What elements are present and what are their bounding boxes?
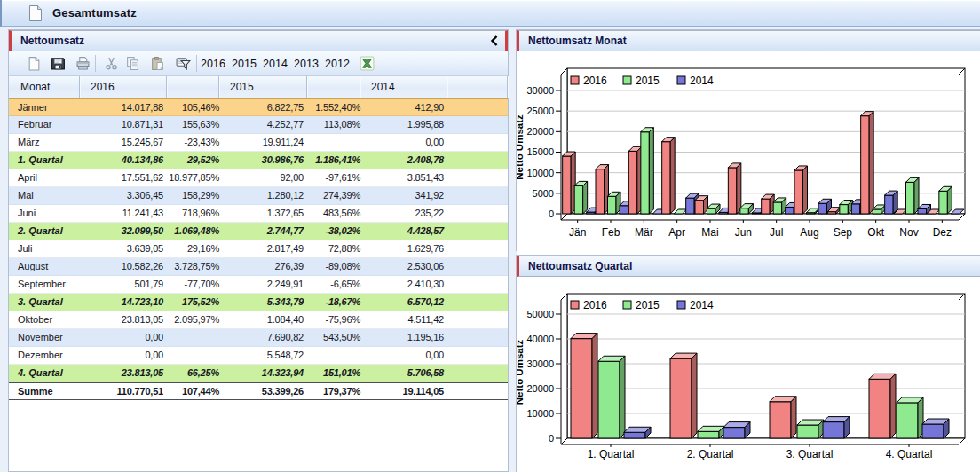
new-document-icon[interactable] — [27, 56, 43, 72]
bar-2016-Mär — [628, 151, 637, 214]
bar-2014-1. Quartal — [624, 432, 645, 438]
bar-2015-2. Quartal — [698, 431, 719, 438]
y-tick-label: 0 — [549, 433, 554, 444]
bar-2015-Jän — [574, 185, 583, 214]
cell-month: Juni — [10, 205, 80, 223]
table-row-4-quartal[interactable]: 4. Quartal23.813,0566,25%14.323,94151,01… — [9, 365, 508, 382]
cell-value — [307, 134, 360, 152]
column-header-blank-2[interactable] — [167, 76, 219, 98]
table-row-november[interactable]: November0,007.690,82543,50%1.195,16 — [9, 329, 508, 347]
bar-2015-1. Quartal — [598, 361, 620, 438]
table-row-februar[interactable]: Februar10.871,31155,63%4.252,77113,08%1.… — [9, 116, 508, 134]
cell-value: 6.822,75 — [219, 99, 307, 117]
cell-value: 1.372,65 — [219, 205, 307, 223]
cell-value: 155,63% — [167, 116, 219, 134]
y-tick-label: 15000 — [526, 146, 554, 157]
bar-2014-Jul — [786, 207, 794, 214]
y-tick-label: 0 — [549, 208, 554, 219]
cell-value: 72,88% — [307, 240, 360, 258]
column-header-Monat[interactable]: Monat — [10, 76, 80, 98]
cell-value: -97,61% — [307, 169, 360, 187]
table-row-august[interactable]: August10.582,263.728,75%276,39-89,08%2.5… — [9, 258, 508, 276]
cell-month: 4. Quartal — [10, 365, 80, 382]
year-button-2016[interactable]: 2016 — [200, 56, 226, 72]
cell-value: 179,37% — [307, 383, 360, 401]
cell-value: 5.343,79 — [219, 294, 307, 311]
cut-icon[interactable] — [104, 56, 120, 72]
copy-icon[interactable] — [125, 56, 141, 72]
x-axis-label: Sep — [834, 226, 853, 239]
cell-value: 11.241,43 — [80, 205, 167, 223]
x-axis-label: Apr — [668, 226, 685, 239]
y-tick-label: 30000 — [526, 85, 554, 96]
cell-month: Mai — [10, 187, 80, 205]
bar-2015-Mai — [707, 208, 716, 214]
cell-value: 5.706,58 — [360, 365, 447, 382]
table-row-juni[interactable]: Juni11.241,43718,96%1.372,65483,56%235,2… — [9, 205, 508, 223]
legend-label-2014: 2014 — [690, 75, 714, 87]
table-row-mai[interactable]: Mai3.306,45158,29%1.280,12274,39%341,92 — [9, 187, 508, 205]
table-row-2-quartal[interactable]: 2. Quartal32.099,501.069,48%2.744,77-38,… — [9, 223, 508, 240]
cell-value: 341,92 — [360, 187, 447, 205]
table-row-j-nner[interactable]: Jänner14.017,88105,46%6.822,751.552,40%4… — [9, 98, 508, 116]
cell-value: 29,16% — [167, 240, 219, 258]
net-sales-grid: Monat201620152014Jänner14.017,88105,46%6… — [9, 76, 508, 400]
cell-value: 3.639,05 — [80, 240, 167, 258]
net-sales-table-panel: Nettoumsatz 20162015201420132012 Monat20… — [8, 29, 509, 472]
column-header-blank-6[interactable] — [447, 76, 508, 98]
filter-icon[interactable] — [176, 56, 192, 72]
column-header-blank-4[interactable] — [307, 76, 360, 98]
cell-value: 19.911,24 — [219, 134, 307, 152]
x-axis-label: Aug — [800, 226, 818, 239]
year-button-2015[interactable]: 2015 — [231, 56, 257, 72]
table-row-dezember[interactable]: Dezember0,005.548,720,00 — [9, 347, 508, 365]
table-row-3-quartal[interactable]: 3. Quartal14.723,10175,52%5.343,79-18,67… — [9, 294, 508, 311]
legend-label-2014: 2014 — [690, 299, 714, 311]
x-axis-label: Nov — [899, 226, 918, 239]
legend-swatch-2015 — [623, 76, 631, 84]
year-button-2013[interactable]: 2013 — [293, 56, 320, 72]
window-edge-line — [4, 27, 4, 472]
table-row-oktober[interactable]: Oktober23.813,052.095,97%1.084,40-75,96%… — [9, 311, 508, 329]
table-row-april[interactable]: April17.551,6218.977,85%92,00-97,61%3.85… — [9, 169, 508, 187]
column-header-2016[interactable]: 2016 — [80, 76, 167, 98]
table-row-m-rz[interactable]: März15.245,67-23,43%19.911,240,00 — [9, 134, 508, 152]
bar-2015-Nov — [906, 182, 915, 214]
table-row-september[interactable]: September501,79-77,70%2.249,91-6,65%2.41… — [9, 276, 508, 294]
cell-value: 1.069,48% — [167, 223, 219, 240]
bar-2015-Sep — [840, 205, 849, 214]
year-button-2014[interactable]: 2014 — [262, 56, 288, 72]
bar-2015-Jun — [740, 208, 749, 214]
cell-value: 1.552,40% — [307, 99, 360, 117]
legend-swatch-2016 — [571, 301, 579, 309]
cell-month: 3. Quartal — [10, 294, 80, 311]
table-row-summe[interactable]: Summe110.770,51107,44%53.399,26179,37%19… — [9, 382, 508, 400]
cell-value: 18.977,85% — [167, 169, 219, 187]
cell-value: 66,25% — [167, 365, 219, 382]
bar-2016-1. Quartal — [571, 339, 592, 438]
bar-2014-Sep — [851, 204, 860, 214]
bar-2016-3. Quartal — [770, 402, 791, 438]
monthly-chart-header: Nettoumsatz Monat — [517, 30, 980, 51]
cell-value: 110.770,51 — [80, 383, 167, 401]
column-header-2015[interactable]: 2015 — [219, 76, 307, 98]
cell-value: 2.817,49 — [219, 240, 307, 258]
cell-value — [167, 347, 219, 365]
table-row-juli[interactable]: Juli3.639,0529,16%2.817,4972,88%1.629,76 — [9, 240, 508, 258]
cell-value: 3.851,43 — [360, 169, 447, 187]
column-header-2014[interactable]: 2014 — [360, 76, 447, 98]
cell-month: Jänner — [10, 99, 80, 117]
y-axis-title: Netto Umsatz — [517, 114, 525, 180]
save-icon[interactable] — [51, 56, 67, 72]
cell-value: 3.306,45 — [80, 187, 167, 205]
paste-icon[interactable] — [150, 56, 166, 72]
table-row-1-quartal[interactable]: 1. Quartal40.134,8629,52%30.986,761.186,… — [9, 152, 508, 169]
print-icon[interactable] — [75, 56, 91, 72]
y-tick-label: 10000 — [526, 168, 554, 178]
excel-export-icon[interactable] — [360, 56, 375, 72]
collapse-panel-icon[interactable] — [490, 35, 498, 46]
year-button-2012[interactable]: 2012 — [324, 56, 351, 72]
quarterly-chart-header: Nettoumsatz Quartal — [517, 256, 980, 277]
cell-value: 0,00 — [360, 347, 447, 365]
bar-2016-2. Quartal — [670, 358, 692, 438]
